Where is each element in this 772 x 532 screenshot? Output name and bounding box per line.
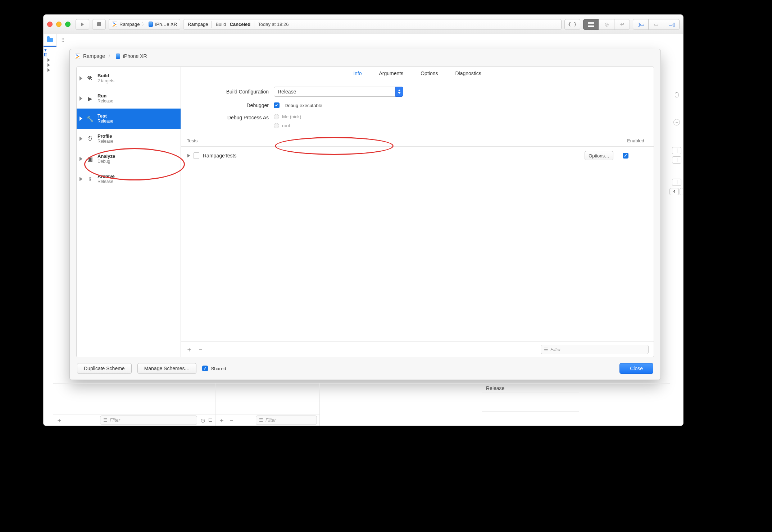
duplicate-scheme-button[interactable]: Duplicate Scheme <box>77 363 132 374</box>
label-build-config: Build Configuration <box>190 89 269 95</box>
action-build[interactable]: 🛠︎ Build2 targets <box>77 68 181 88</box>
scheme-detail-panel: Info Arguments Options Diagnostics Build… <box>181 67 654 357</box>
project-navigator[interactable]: ▼ ◧ <box>44 47 53 426</box>
device-icon <box>149 22 153 27</box>
debug-as-root-radio <box>274 123 279 128</box>
scheme-action-list: 🛠︎ Build2 targets ▶︎ RunRelease 🔧 TestRe… <box>77 67 181 357</box>
debug-as-root-label: root <box>282 123 290 128</box>
add-library-button[interactable]: ＋ <box>673 119 680 125</box>
test-options-button[interactable]: Options… <box>585 151 613 160</box>
window-close-button[interactable] <box>47 22 53 27</box>
targets-footer: ＋ － ☰ Filter <box>215 414 320 426</box>
scheme-selector[interactable]: Rampage 〉 iPh…e XR <box>109 19 180 30</box>
filter-icon: ☰ <box>103 417 108 423</box>
manage-schemes-button[interactable]: Manage Schemes… <box>137 363 197 374</box>
action-archive[interactable]: ⇪ ArchiveRelease <box>77 169 181 189</box>
scheme-breadcrumb[interactable]: Rampage 〉 iPhone XR <box>70 49 660 63</box>
build-config-select[interactable]: Release <box>274 87 403 97</box>
add-button[interactable]: ＋ <box>56 416 63 425</box>
test-target-row[interactable]: RampageTests Options… <box>181 147 654 165</box>
other-navigator-tab[interactable]: ⠿ <box>56 34 69 47</box>
action-analyze[interactable]: ▣ AnalyzeDebug <box>77 149 181 169</box>
tab-arguments[interactable]: Arguments <box>379 70 404 76</box>
disclosure-icon[interactable] <box>47 68 50 72</box>
filter-icon: ☰ <box>544 347 548 352</box>
recent-filter-button[interactable]: ◷ <box>201 417 205 423</box>
assistant-editor-button[interactable]: ◎ <box>599 19 614 30</box>
stop-button[interactable] <box>92 19 106 30</box>
disclosure-project-icon[interactable]: ▼ ◧ <box>44 48 51 57</box>
label-debug-as: Debug Process As <box>190 114 269 120</box>
play-icon: ▶︎ <box>86 95 94 102</box>
wrench-icon: 🔧 <box>86 115 94 122</box>
inspector-combo[interactable] <box>672 147 681 154</box>
gauge-icon: ⏱︎ <box>86 136 94 142</box>
disclosure-icon[interactable] <box>47 58 50 62</box>
action-test[interactable]: 🔧 TestRelease <box>77 109 181 129</box>
status-time: Today at 19:26 <box>258 22 289 27</box>
remove-button[interactable]: － <box>228 416 235 425</box>
navigator-tab-bar: ⠿ <box>44 34 683 47</box>
action-run[interactable]: ▶︎ RunRelease <box>77 88 181 109</box>
tab-info[interactable]: Info <box>353 70 362 76</box>
label-debugger: Debugger <box>190 102 269 108</box>
remove-test-button[interactable]: － <box>197 345 204 354</box>
action-profile[interactable]: ⏱︎ ProfileRelease <box>77 129 181 149</box>
toggle-navigator-button[interactable]: ▯▭ <box>633 19 649 30</box>
scm-filter-button[interactable] <box>209 417 212 423</box>
stepper-icon[interactable] <box>680 188 684 195</box>
navigator-filter-field[interactable]: ☰ Filter <box>100 416 197 425</box>
inspector-combo[interactable] <box>672 179 681 186</box>
targets-filter-field[interactable]: ☰ Filter <box>256 416 317 425</box>
tab-diagnostics[interactable]: Diagnostics <box>455 70 481 76</box>
editor-below-area: ＋ － ☰ Filter Release <box>53 383 670 426</box>
project-navigator-tab[interactable] <box>44 34 56 47</box>
code-snippets-button[interactable]: { } <box>564 19 580 30</box>
status-project: Rampage <box>188 22 208 27</box>
test-enabled-checkbox[interactable] <box>623 153 628 159</box>
tests-header: Tests <box>187 138 197 143</box>
filter-icon: ☰ <box>259 417 263 423</box>
destination-name: iPh…e XR <box>155 22 177 27</box>
version-editor-button[interactable]: ↩︎ <box>614 19 630 30</box>
toggle-debug-button[interactable]: ▭ <box>648 19 664 30</box>
folder-icon <box>47 38 53 42</box>
run-button[interactable] <box>76 19 89 30</box>
panel-toggles[interactable]: ▯▭ ▭ ▭▯ <box>633 19 680 30</box>
window-zoom-button[interactable] <box>65 22 71 27</box>
shared-label: Shared <box>211 366 226 371</box>
toggle-inspectors-button[interactable]: ▭▯ <box>664 19 680 30</box>
bundle-icon <box>194 152 199 159</box>
tab-options[interactable]: Options <box>421 70 438 76</box>
add-test-button[interactable]: ＋ <box>186 345 192 354</box>
debug-as-me-radio <box>274 114 279 119</box>
inspector-combo[interactable] <box>672 156 681 164</box>
disclosure-icon[interactable] <box>47 63 50 67</box>
xcode-project-icon <box>75 54 80 59</box>
navigator-footer: ＋ ☰ Filter ◷ <box>53 414 215 426</box>
test-target-name: RampageTests <box>203 153 236 159</box>
inspector-panel: ＋ 4 <box>670 47 683 426</box>
status-prefix: Build <box>215 22 226 27</box>
debug-executable-checkbox[interactable] <box>274 102 280 108</box>
close-button[interactable]: Close <box>619 363 653 374</box>
detail-tabbar: Info Arguments Options Diagnostics <box>181 67 654 80</box>
shared-checkbox[interactable] <box>202 366 208 371</box>
config-release-row[interactable]: Release <box>482 384 579 393</box>
xcode-project-icon <box>112 22 117 27</box>
archive-icon: ⇪ <box>86 176 94 183</box>
chevron-right-icon[interactable] <box>187 154 190 157</box>
standard-editor-button[interactable] <box>583 19 599 30</box>
tests-filter-field[interactable]: ☰ Filter <box>541 345 649 354</box>
analyze-icon: ▣ <box>86 156 94 162</box>
add-button[interactable]: ＋ <box>218 416 225 425</box>
file-inspector-icon[interactable] <box>675 92 678 97</box>
inspector-value[interactable]: 4 <box>669 188 679 195</box>
chevrons-updown-icon <box>395 87 403 97</box>
debug-executable-label: Debug executable <box>285 103 322 108</box>
window-minimize-button[interactable] <box>56 22 62 27</box>
editor-mode-segmented[interactable]: ◎ ↩︎ <box>583 19 630 30</box>
scheme-editor-sheet: Rampage 〉 iPhone XR 🛠︎ Build2 targets <box>69 49 661 380</box>
tests-table: Tests Enabled RampageTests Options… <box>181 135 654 357</box>
status-action: Canceled <box>230 22 250 27</box>
